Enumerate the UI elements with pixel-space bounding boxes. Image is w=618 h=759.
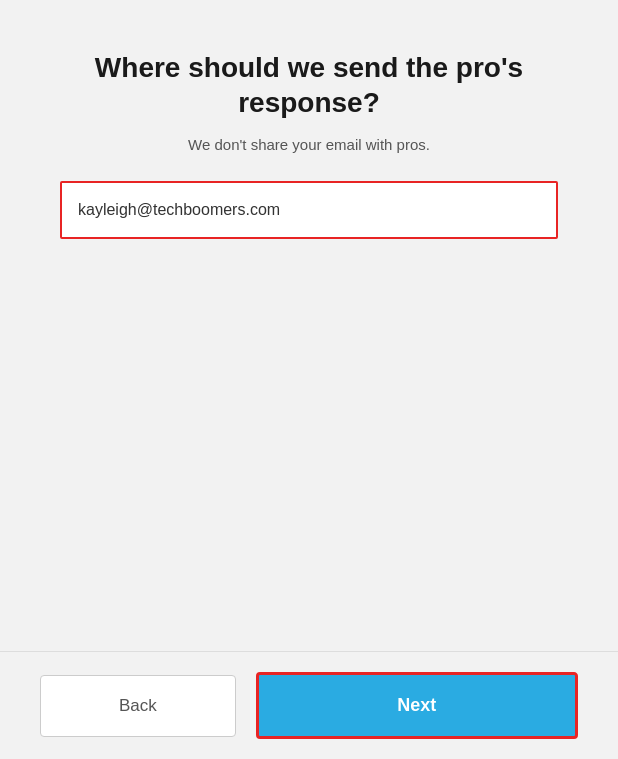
main-content: Where should we send the pro's response?… bbox=[0, 0, 618, 651]
email-input-wrapper bbox=[60, 181, 558, 239]
page-title: Where should we send the pro's response? bbox=[60, 50, 558, 120]
email-field[interactable] bbox=[62, 183, 556, 237]
footer: Back Next bbox=[0, 651, 618, 759]
back-button[interactable]: Back bbox=[40, 675, 236, 737]
next-button[interactable]: Next bbox=[256, 672, 578, 739]
page-subtitle: We don't share your email with pros. bbox=[188, 136, 430, 153]
